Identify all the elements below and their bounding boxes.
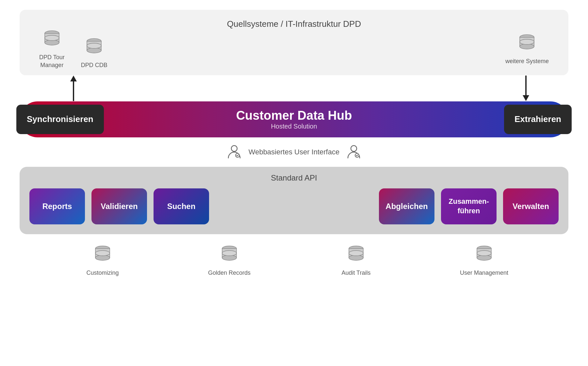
- bottom-db-row: Customizing Golden Records: [20, 234, 568, 276]
- reports-button[interactable]: Reports: [29, 188, 85, 224]
- arrow-line-right: [525, 76, 527, 95]
- dpd-tour-manager-icon: [41, 29, 62, 51]
- weitere-systeme-icon: [516, 33, 537, 55]
- left-db-group: DPD TourManager DPD CDB: [39, 29, 107, 69]
- standard-api-container: Standard API Reports Validieren Suchen A…: [20, 167, 568, 234]
- dpd-cdb-label: DPD CDB: [81, 61, 107, 69]
- svg-point-31: [477, 251, 491, 256]
- dpd-cdb-icon: [84, 37, 105, 59]
- user-management-db-icon: [474, 244, 495, 266]
- svg-point-27: [349, 251, 363, 256]
- extrahieren-button[interactable]: Extrahieren: [504, 105, 572, 134]
- audit-trails-label: Audit Trails: [341, 270, 370, 276]
- weitere-systeme-item: weitere Systeme: [505, 33, 549, 65]
- webui-row: Webbasiertes User Interface: [20, 137, 568, 167]
- standard-api-label: Standard API: [29, 173, 559, 183]
- cdh-band: Synchronisieren Customer Data Hub Hosted…: [20, 101, 568, 137]
- verwalten-button[interactable]: Verwalten: [503, 188, 559, 224]
- validieren-button[interactable]: Validieren: [91, 188, 147, 224]
- zusammenfuehren-button[interactable]: Zusammen-führen: [441, 188, 497, 224]
- audit-trails-item: Audit Trails: [333, 244, 379, 276]
- person-right-icon: [346, 144, 362, 160]
- golden-records-label: Golden Records: [208, 270, 251, 276]
- customizing-label: Customizing: [86, 270, 119, 276]
- cdh-title: Customer Data Hub: [236, 109, 352, 123]
- golden-records-item: Golden Records: [206, 244, 252, 276]
- user-management-label: User Management: [460, 270, 508, 276]
- customizing-item: Customizing: [80, 244, 125, 276]
- abgleichen-button[interactable]: Abgleichen: [379, 188, 434, 224]
- svg-point-11: [520, 39, 534, 44]
- arrow-head-down-icon: [523, 95, 529, 101]
- arrow-head-up-icon: [70, 76, 77, 81]
- svg-point-23: [222, 251, 237, 256]
- arrows-row-top: [20, 75, 568, 101]
- api-right-group: Abgleichen Zusammen-führen Verwalten: [379, 188, 559, 224]
- main-diagram: Quellsysteme / IT-Infrastruktur DPD DPD …: [20, 10, 568, 357]
- dpd-cdb-item: DPD CDB: [81, 37, 107, 69]
- suchen-button[interactable]: Suchen: [154, 188, 209, 224]
- dpd-tour-manager-item: DPD TourManager: [39, 29, 65, 69]
- cdh-subtitle: Hosted Solution: [236, 123, 352, 130]
- cdh-center: Customer Data Hub Hosted Solution: [236, 109, 352, 130]
- customizing-db-icon: [92, 244, 113, 266]
- user-management-item: User Management: [460, 244, 508, 276]
- api-buttons-row: Reports Validieren Suchen Abgleichen Zus…: [29, 188, 559, 224]
- svg-point-19: [95, 251, 110, 256]
- arrow-up-left: [70, 76, 77, 101]
- svg-point-3: [45, 35, 59, 41]
- svg-point-14: [351, 146, 357, 151]
- api-left-group: Reports Validieren Suchen: [29, 188, 209, 224]
- arrow-line-left: [73, 81, 74, 101]
- svg-point-12: [231, 146, 237, 151]
- webui-label: Webbasiertes User Interface: [249, 148, 339, 156]
- person-left-icon: [226, 144, 242, 160]
- synchronisieren-button[interactable]: Synchronisieren: [16, 105, 104, 134]
- quellsysteme-title: Quellsysteme / IT-Infrastruktur DPD: [227, 19, 361, 29]
- svg-point-7: [87, 43, 101, 48]
- audit-trails-db-icon: [346, 244, 367, 266]
- quellsysteme-box: Quellsysteme / IT-Infrastruktur DPD DPD …: [20, 10, 568, 75]
- arrow-down-right: [523, 76, 529, 101]
- weitere-systeme-label: weitere Systeme: [505, 58, 549, 65]
- dpd-tour-manager-label: DPD TourManager: [39, 54, 65, 69]
- golden-records-db-icon: [219, 244, 240, 266]
